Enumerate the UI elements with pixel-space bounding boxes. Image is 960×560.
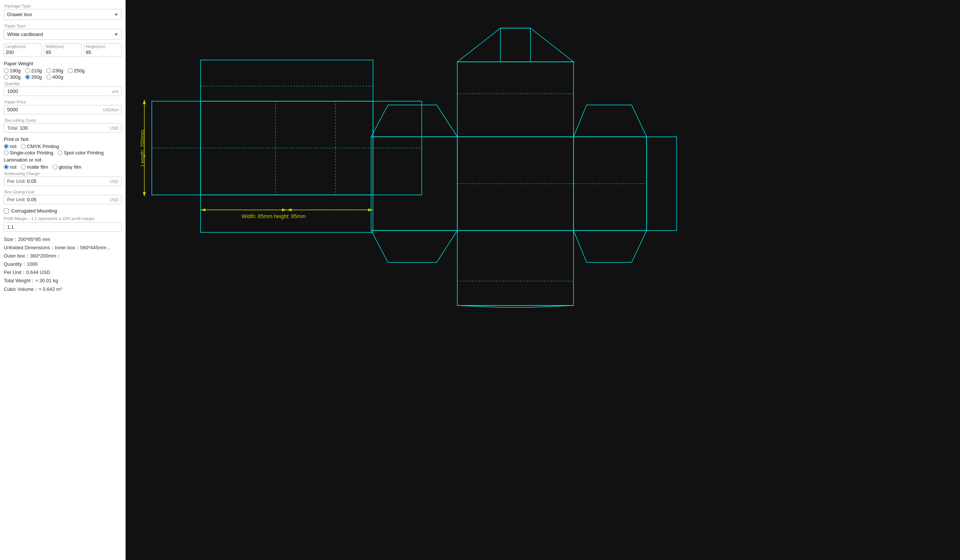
gluing-prefix: Per Unit [7,197,25,202]
print-label: Print or Not [4,136,122,142]
summary-unfolded: Unfolded Dimensions：Inner box：560*445mm， [4,244,122,252]
gluing-label: Box Gluing Cost [4,190,122,194]
paper-weight-group: Paper Weight 190g 210g 230g 250g 300g 35… [4,61,122,80]
weight-350g[interactable]: 350g [25,74,42,80]
lamination-group: Lamination or not not matte film glossy … [4,157,122,170]
paper-type-group: Paper Type White cardboard ▼ [4,24,122,40]
lamination-matte[interactable]: matte film [21,164,48,170]
right-canvas: Length: 200mm Width: 85mm height: 85mm [126,0,960,560]
width-label: Width(mm) [46,45,80,49]
package-type-label: Package Type [4,4,122,8]
package-type-group: Package Type Drawer box ▼ [4,4,122,20]
dimensions-group: Length(mm) Width(mm) Height(mm) [4,43,122,57]
per-unit-label: Per Unit： [4,269,26,275]
width-field: Width(mm) [44,43,82,57]
paper-price-unit: USD/ton [103,107,118,112]
paper-type-select[interactable]: White cardboard [4,29,122,39]
qty-label: Quantity： [4,261,27,267]
die-cutting-wrapper: Total USD [4,123,122,133]
profit-wrapper [4,222,122,232]
height-field: Height(mm) [84,43,122,57]
embossing-wrapper: Per Unit USD [4,176,122,186]
length-label: Length(mm) [6,45,40,49]
height-input[interactable] [86,49,120,56]
qty-value: 1000 [27,261,37,267]
die-cutting-prefix: Total [7,125,17,131]
print-row1: not CMYK Printing [4,144,122,149]
gluing-wrapper: Per Unit USD [4,195,122,204]
profit-group: Profit Margin：1.1 represents a 10% profi… [4,216,122,232]
package-type-select[interactable]: Drawer box [4,10,122,19]
embossing-unit: USD [110,179,118,184]
per-unit-value: 0.644 USD [26,269,50,275]
size-value: 200*85*85 mm [18,237,50,242]
gluing-unit: USD [110,198,118,202]
lamination-label: Lamination or not [4,157,122,163]
paper-price-group: Paper Price USD/ton [4,100,122,114]
size-label: Size： [4,237,18,242]
print-row2: Single-color Printing Spot color Printin… [4,150,122,155]
paper-price-input[interactable] [7,107,103,112]
volume-label: Cubic Volume： [4,286,38,292]
print-single[interactable]: Single-color Printing [4,150,53,155]
gluing-group: Box Gluing Cost Per Unit USD [4,190,122,204]
weight-210g[interactable]: 210g [25,68,42,74]
summary-size: Size：200*85*85 mm [4,235,122,244]
length-annotation: Length: 200mm [139,130,146,166]
weight-250g[interactable]: 250g [68,68,85,74]
paper-weight-row1: 190g 210g 230g 250g [4,68,122,74]
paper-weight-title: Paper Weight [4,61,122,66]
quantity-input[interactable] [7,88,112,94]
quantity-unit: unit [112,89,118,94]
die-cutting-unit: USD [110,126,118,130]
quantity-group: Quantity unit [4,82,122,96]
profit-hint: Profit Margin：1.1 represents a 10% profi… [4,216,122,222]
paper-type-select-wrapper[interactable]: White cardboard ▼ [4,29,122,40]
die-cutting-label: Die-cutting Costs [4,118,122,123]
weight-190g[interactable]: 190g [4,68,21,74]
paper-price-wrapper: USD/ton [4,105,122,114]
lamination-glossy[interactable]: glossy film [53,164,82,170]
embossing-group: Embossing Charge Per Unit USD [4,171,122,186]
print-cmyk[interactable]: CMYK Printing [21,144,59,149]
summary-quantity: Quantity：1000 [4,260,122,268]
length-input[interactable] [6,49,40,56]
weight-value: ≈ 30.01 kg [35,278,58,283]
embossing-input[interactable] [27,178,110,184]
lamination-row: not matte film glossy film [4,164,122,170]
paper-weight-row2: 300g 350g 400g [4,74,122,80]
print-spot[interactable]: Spot color Printing [58,150,104,155]
print-group: Print or Not not CMYK Printing Single-co… [4,136,122,155]
weight-label: Total Weight： [4,278,35,283]
corrugated-label: Corrugated Mounting [11,208,57,214]
svg-rect-0 [126,0,960,560]
paper-price-label: Paper Price [4,100,122,104]
left-panel: Package Type Drawer box ▼ Paper Type Whi… [0,0,126,560]
summary-outer: Outer box：360*200mm； [4,252,122,260]
box-diagram-svg: Length: 200mm Width: 85mm height: 85mm [126,0,960,560]
unfolded-label: Unfolded Dimensions： [4,245,55,250]
weight-400g[interactable]: 400g [46,74,63,80]
summary-per-unit: Per Unit：0.644 USD [4,268,122,277]
embossing-label: Embossing Charge [4,171,122,176]
embossing-prefix: Per Unit [7,178,25,184]
corrugated-group: Corrugated Mounting [4,208,122,214]
weight-230g[interactable]: 230g [46,68,63,74]
print-not[interactable]: not [4,144,16,149]
quantity-wrapper: unit [4,86,122,96]
profit-input[interactable] [7,224,118,230]
width-input[interactable] [46,49,80,56]
height-label: Height(mm) [86,45,120,49]
corrugated-checkbox[interactable] [4,208,9,214]
lamination-not[interactable]: not [4,164,16,170]
die-cutting-input[interactable] [19,125,109,131]
weight-300g[interactable]: 300g [4,74,21,80]
quantity-label: Quantity [4,82,122,86]
unfolded-inner: Inner box：560*445mm， [55,245,111,250]
summary-section: Size：200*85*85 mm Unfolded Dimensions：In… [4,235,122,293]
gluing-input[interactable] [27,197,110,202]
package-type-select-wrapper[interactable]: Drawer box ▼ [4,9,122,20]
volume-value: ≈ 0.642 m³ [38,286,62,292]
paper-type-label: Paper Type [4,24,122,28]
length-field: Length(mm) [4,43,42,57]
